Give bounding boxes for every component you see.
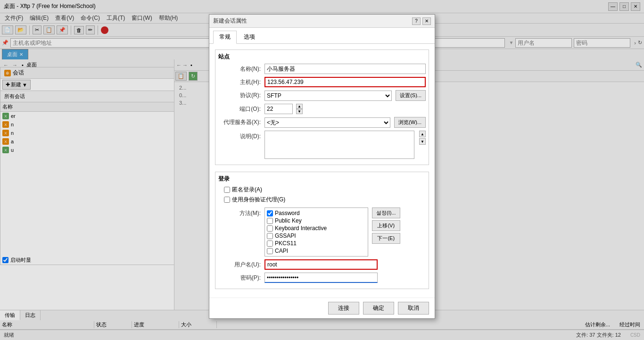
- desc-label: 说明(D):: [218, 133, 261, 141]
- browse-button[interactable]: 浏览(W)...: [394, 117, 426, 128]
- scroll-down[interactable]: ▼: [419, 138, 426, 145]
- tab-general[interactable]: 常规: [213, 31, 237, 44]
- host-row: 主机(H):: [218, 77, 426, 87]
- host-label: 主机(H):: [218, 78, 261, 86]
- dialog-title-text: 新建会话属性: [213, 17, 412, 25]
- anonymous-row: 匿名登录(A): [224, 186, 426, 194]
- desc-scroll: ▲ ▼: [419, 131, 426, 145]
- dialog-close-button[interactable]: ✕: [422, 17, 431, 25]
- method-pkcs11: PKCS11: [267, 240, 366, 247]
- method-pkcs11-checkbox[interactable]: [267, 240, 273, 247]
- method-password: Password: [267, 210, 366, 216]
- dialog-title-bar: 新建会话属性 ? ✕: [209, 15, 435, 28]
- port-up-button[interactable]: ▲: [296, 104, 303, 109]
- protocol-label: 协议(R):: [218, 91, 261, 100]
- port-input[interactable]: [264, 104, 293, 114]
- username-row: 用户名(U):: [218, 259, 426, 270]
- password-label: 密码(P):: [218, 274, 261, 282]
- desc-row: 说明(D): ▲ ▼: [218, 131, 426, 159]
- method-pkcs11-label: PKCS11: [275, 240, 297, 247]
- method-gssapi-label: GSSAPI: [275, 232, 296, 239]
- port-down-button[interactable]: ▼: [296, 109, 303, 114]
- name-row: 名称(N):: [218, 64, 426, 74]
- method-up-button[interactable]: 上移(V): [372, 220, 400, 231]
- port-spinner: ▲ ▼: [296, 104, 303, 114]
- desc-textarea[interactable]: [264, 131, 414, 159]
- method-pubkey-checkbox[interactable]: [267, 218, 273, 224]
- anonymous-label: 匿名登录(A): [232, 186, 262, 194]
- method-list: Password Public Key Keyboard Interactive: [264, 207, 368, 257]
- method-pubkey: Public Key: [267, 217, 366, 224]
- method-keyboard-checkbox[interactable]: [267, 225, 273, 232]
- agent-row: 使用身份验证代理(G): [224, 196, 426, 204]
- username-label: 用户名(U):: [218, 261, 261, 269]
- method-gssapi: GSSAPI: [267, 232, 366, 239]
- method-password-label: Password: [275, 210, 300, 216]
- settings-button[interactable]: 设置(S)...: [396, 90, 426, 101]
- dialog-tabs: 常规 选项: [209, 28, 435, 44]
- dialog-footer: 连接 确定 取消: [209, 298, 435, 318]
- cancel-button[interactable]: 取消: [398, 302, 429, 315]
- proxy-label: 代理服务器(X):: [218, 118, 261, 126]
- method-pubkey-label: Public Key: [275, 217, 302, 224]
- method-gssapi-checkbox[interactable]: [267, 233, 273, 239]
- agent-label: 使用身份验证代理(G): [232, 196, 285, 204]
- method-capi: CAPI: [267, 248, 366, 254]
- ok-button[interactable]: 确定: [363, 302, 394, 315]
- dialog-title-controls: ? ✕: [412, 17, 431, 25]
- method-label: 方法(M):: [218, 209, 261, 217]
- name-label: 名称(N):: [218, 65, 261, 73]
- method-keyboard-label: Keyboard Interactive: [275, 225, 327, 232]
- method-password-checkbox[interactable]: [267, 210, 273, 216]
- station-section: 站点 名称(N): 主机(H): 协议(R):: [215, 50, 429, 165]
- protocol-row: 协议(R): SFTP 设置(S)...: [218, 90, 426, 101]
- protocol-select[interactable]: SFTP: [264, 91, 392, 101]
- name-input[interactable]: [264, 64, 426, 74]
- dialog-body: 站点 名称(N): 主机(H): 协议(R):: [209, 44, 435, 298]
- login-title: 登录: [218, 175, 426, 183]
- method-down-button[interactable]: 下一(E): [372, 233, 400, 244]
- proxy-select[interactable]: <无>: [264, 117, 390, 128]
- main-window: 桌面 - Xftp 7 (Free for Home/School) — □ ✕…: [0, 0, 644, 340]
- agent-checkbox[interactable]: [224, 197, 230, 203]
- host-field[interactable]: [264, 77, 426, 87]
- password-field[interactable]: [264, 273, 378, 283]
- method-keyboard: Keyboard Interactive: [267, 225, 366, 232]
- method-row: 方法(M): Password Public Key: [218, 207, 426, 257]
- login-section: 登录 匿名登录(A) 使用身份验证代理(G) 方法(M):: [215, 172, 429, 289]
- connect-button[interactable]: 连接: [328, 302, 359, 315]
- station-title: 站点: [218, 53, 426, 61]
- scroll-up[interactable]: ▲: [419, 131, 426, 137]
- password-row: 密码(P):: [218, 273, 426, 283]
- method-buttons: 설정(I)... 上移(V) 下一(E): [372, 207, 400, 257]
- method-settings-button[interactable]: 설정(I)...: [372, 207, 400, 218]
- username-field[interactable]: [264, 259, 378, 270]
- dialog-overlay: 新建会话属性 ? ✕ 常规 选项 站点: [0, 0, 644, 340]
- port-row: 端口(O): ▲ ▼: [218, 104, 426, 114]
- method-area: Password Public Key Keyboard Interactive: [264, 207, 400, 257]
- method-capi-label: CAPI: [275, 248, 288, 254]
- method-capi-checkbox[interactable]: [267, 248, 273, 254]
- anonymous-checkbox[interactable]: [224, 187, 230, 193]
- tab-options[interactable]: 选项: [238, 31, 261, 43]
- proxy-row: 代理服务器(X): <无> 浏览(W)...: [218, 117, 426, 128]
- new-session-dialog: 新建会话属性 ? ✕ 常规 选项 站点: [209, 14, 435, 319]
- port-label: 端口(O):: [218, 105, 261, 113]
- dialog-help-button[interactable]: ?: [412, 17, 421, 25]
